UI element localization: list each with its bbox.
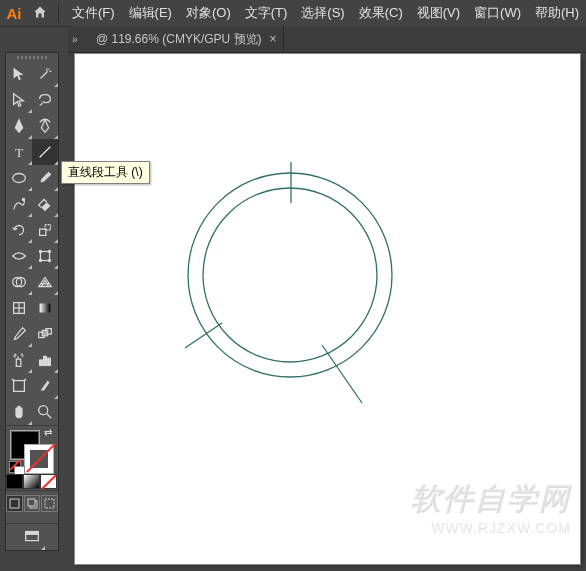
swap-fill-stroke-icon[interactable]: ⇄ — [44, 427, 56, 439]
shaper-tool[interactable] — [6, 191, 32, 217]
svg-point-7 — [13, 174, 26, 183]
svg-rect-9 — [40, 229, 46, 235]
scale-tool[interactable] — [32, 217, 58, 243]
column-graph-tool[interactable] — [32, 347, 58, 373]
menu-edit[interactable]: 编辑(E) — [122, 0, 179, 26]
menu-file[interactable]: 文件(F) — [65, 0, 122, 26]
menu-select[interactable]: 选择(S) — [294, 0, 351, 26]
svg-point-0 — [188, 173, 392, 377]
gradient-tool[interactable] — [32, 295, 58, 321]
svg-rect-24 — [46, 329, 51, 334]
svg-text:T: T — [15, 145, 24, 160]
svg-rect-26 — [44, 356, 47, 365]
svg-rect-22 — [39, 332, 44, 337]
tools-panel: T — [5, 52, 59, 551]
svg-line-4 — [322, 345, 362, 403]
svg-point-15 — [48, 259, 50, 261]
svg-rect-28 — [14, 381, 25, 392]
screen-mode-row — [6, 524, 58, 550]
magic-wand-tool[interactable] — [32, 61, 58, 87]
type-tool[interactable]: T — [6, 139, 32, 165]
svg-rect-23 — [42, 330, 47, 335]
line-segment-tool[interactable] — [32, 139, 58, 165]
svg-point-13 — [48, 250, 50, 252]
menubar: Ai 文件(F) 编辑(E) 对象(O) 文字(T) 选择(S) 效果(C) 视… — [0, 0, 586, 27]
tool-tooltip: 直线段工具 (\) — [61, 161, 150, 184]
draw-inside-icon[interactable] — [41, 495, 58, 512]
stroke-swatch[interactable] — [24, 444, 54, 474]
home-icon[interactable] — [28, 4, 52, 23]
svg-rect-27 — [48, 358, 51, 365]
ellipse-tool[interactable] — [6, 165, 32, 191]
svg-line-6 — [40, 147, 51, 158]
document-tab-label: @ 119.66% (CMYK/GPU 预览) — [96, 31, 262, 48]
color-mode-color[interactable] — [6, 474, 23, 489]
tabbar-chevron-icon[interactable]: » — [68, 34, 86, 45]
app-logo: Ai — [0, 5, 28, 22]
svg-point-33 — [39, 406, 48, 415]
blend-tool[interactable] — [32, 321, 58, 347]
menubar-separator — [58, 4, 59, 22]
direct-selection-tool[interactable] — [6, 87, 32, 113]
draw-mode-row — [6, 491, 58, 523]
artboard[interactable] — [75, 54, 580, 564]
svg-point-8 — [22, 198, 24, 200]
slice-tool[interactable] — [32, 373, 58, 399]
svg-rect-35 — [10, 499, 19, 508]
svg-rect-40 — [26, 532, 39, 535]
selection-tool[interactable] — [6, 61, 32, 87]
menu-window[interactable]: 窗口(W) — [467, 0, 528, 26]
symbol-sprayer-tool[interactable] — [6, 347, 32, 373]
hand-tool[interactable] — [6, 399, 32, 425]
close-tab-icon[interactable]: × — [270, 32, 277, 46]
menu-effect[interactable]: 效果(C) — [352, 0, 410, 26]
perspective-grid-tool[interactable] — [32, 269, 58, 295]
curvature-tool[interactable] — [32, 113, 58, 139]
pen-tool[interactable] — [6, 113, 32, 139]
default-fill-stroke-icon[interactable] — [9, 461, 21, 473]
fill-stroke-block: ⇄ — [6, 426, 58, 474]
mesh-tool[interactable] — [6, 295, 32, 321]
paintbrush-tool[interactable] — [32, 165, 58, 191]
width-tool[interactable] — [6, 243, 32, 269]
svg-rect-11 — [41, 252, 50, 261]
screen-mode-button[interactable] — [19, 524, 45, 550]
artwork-svg — [75, 54, 580, 564]
zoom-tool[interactable] — [32, 399, 58, 425]
eyedropper-tool[interactable] — [6, 321, 32, 347]
eraser-tool[interactable] — [32, 191, 58, 217]
svg-rect-37 — [28, 499, 35, 506]
lasso-tool[interactable] — [32, 87, 58, 113]
menu-object[interactable]: 对象(O) — [179, 0, 238, 26]
rotate-tool[interactable] — [6, 217, 32, 243]
svg-point-1 — [203, 188, 377, 362]
color-mode-row — [6, 474, 58, 490]
menu-view[interactable]: 视图(V) — [410, 0, 467, 26]
document-tab[interactable]: @ 119.66% (CMYK/GPU 预览) × — [86, 26, 284, 52]
artboard-tool[interactable] — [6, 373, 32, 399]
color-mode-gradient[interactable] — [23, 474, 40, 489]
svg-point-14 — [39, 259, 41, 261]
svg-rect-38 — [45, 499, 54, 508]
panel-grip[interactable] — [6, 53, 58, 61]
draw-behind-icon[interactable] — [24, 495, 41, 512]
document-tabbar: » @ 119.66% (CMYK/GPU 预览) × — [68, 26, 586, 53]
color-mode-none[interactable] — [40, 474, 57, 489]
svg-rect-25 — [40, 360, 43, 365]
svg-line-3 — [185, 323, 222, 348]
svg-line-34 — [47, 414, 52, 419]
menu-help[interactable]: 帮助(H) — [528, 0, 586, 26]
svg-rect-21 — [40, 304, 51, 313]
shape-builder-tool[interactable] — [6, 269, 32, 295]
draw-normal-icon[interactable] — [6, 495, 23, 512]
free-transform-tool[interactable] — [32, 243, 58, 269]
svg-point-12 — [39, 250, 41, 252]
menu-type[interactable]: 文字(T) — [238, 0, 295, 26]
